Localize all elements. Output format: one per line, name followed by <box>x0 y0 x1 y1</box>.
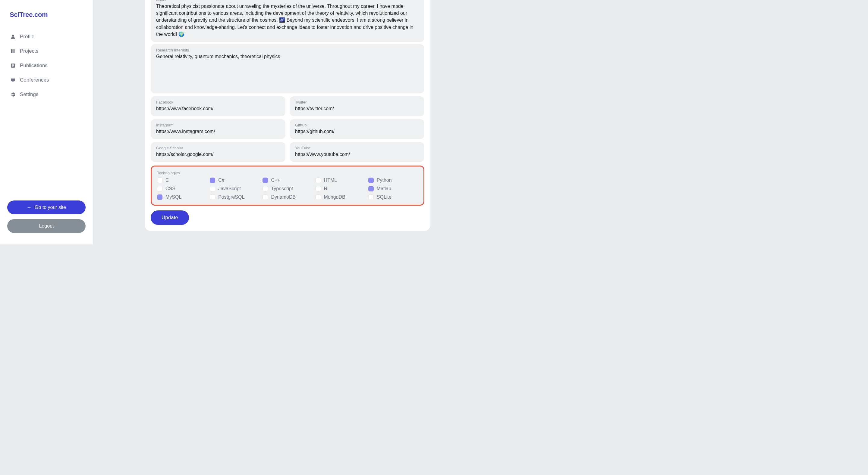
tech-label: Typescript <box>271 186 293 192</box>
checkbox[interactable] <box>315 178 321 183</box>
checkbox[interactable] <box>262 195 268 200</box>
tech-label: Python <box>377 178 392 183</box>
tech-label: C++ <box>271 178 280 183</box>
checkbox[interactable] <box>157 178 162 183</box>
tech-item: PostgreSQL <box>210 195 259 200</box>
nav: Profile Projects Publications Conference… <box>7 31 86 101</box>
sidebar-item-label: Settings <box>20 92 38 98</box>
research-field: Research Interests <box>151 44 424 93</box>
tech-item: Matlab <box>368 186 418 192</box>
about-text[interactable]: Theoretical physicist passionate about u… <box>156 3 419 38</box>
tech-item: C++ <box>262 178 312 183</box>
update-button[interactable]: Update <box>151 210 189 225</box>
sidebar-item-projects[interactable]: Projects <box>7 45 86 57</box>
scholar-input[interactable] <box>156 151 280 158</box>
tech-label: HTML <box>324 178 337 183</box>
svg-rect-6 <box>11 78 15 81</box>
checkbox[interactable] <box>157 186 162 192</box>
checkbox[interactable] <box>210 195 215 200</box>
sidebar-item-settings[interactable]: Settings <box>7 89 86 101</box>
github-input[interactable] <box>295 128 419 135</box>
tech-label: MySQL <box>165 195 181 200</box>
tech-label: R <box>324 186 328 192</box>
arrow-right-icon: → <box>27 205 32 210</box>
svg-rect-4 <box>12 65 14 66</box>
tech-label: SQLite <box>377 195 392 200</box>
tech-item: C# <box>210 178 259 183</box>
instagram-label: Instagram <box>156 123 280 127</box>
sidebar: SciTree.com Profile Projects Publication… <box>0 0 93 244</box>
projects-icon <box>10 48 16 54</box>
tech-label: DynamoDB <box>271 195 296 200</box>
tech-label: C# <box>218 178 224 183</box>
technologies-label: Technologies <box>157 171 418 175</box>
sidebar-item-label: Conferences <box>20 77 49 83</box>
tech-label: CSS <box>165 186 176 192</box>
tech-item: MySQL <box>157 195 207 200</box>
instagram-input[interactable] <box>156 128 280 135</box>
tech-item: MongoDB <box>315 195 365 200</box>
scholar-field: Google Scholar <box>151 142 285 162</box>
svg-rect-7 <box>12 81 14 82</box>
scholar-label: Google Scholar <box>156 146 280 150</box>
tech-label: MongoDB <box>324 195 345 200</box>
sidebar-item-label: Projects <box>20 48 38 54</box>
checkbox[interactable] <box>210 186 215 192</box>
technologies-grid: CC#C++HTMLPythonCSSJavaScriptTypescriptR… <box>157 178 418 200</box>
main-content: About Theoretical physicist passionate a… <box>145 0 430 244</box>
facebook-field: Facebook <box>151 96 285 116</box>
tech-item: CSS <box>157 186 207 192</box>
checkbox[interactable] <box>262 186 268 192</box>
tech-label: Matlab <box>377 186 391 192</box>
twitter-field: Twitter <box>290 96 424 116</box>
research-input[interactable] <box>156 53 419 88</box>
sidebar-item-conferences[interactable]: Conferences <box>7 74 86 86</box>
youtube-label: YouTube <box>295 146 419 150</box>
tech-label: PostgreSQL <box>218 195 244 200</box>
checkbox[interactable] <box>262 178 268 183</box>
tech-item: Typescript <box>262 186 312 192</box>
tech-item: Python <box>368 178 418 183</box>
tech-item: JavaScript <box>210 186 259 192</box>
sidebar-item-profile[interactable]: Profile <box>7 31 86 43</box>
svg-rect-3 <box>12 64 14 65</box>
sidebar-item-label: Publications <box>20 63 48 69</box>
about-label: About <box>156 0 419 2</box>
sidebar-bottom: → Go to your site Logout <box>7 201 86 236</box>
sidebar-item-label: Profile <box>20 34 34 40</box>
sidebar-item-publications[interactable]: Publications <box>7 60 86 72</box>
github-field: Github <box>290 119 424 139</box>
go-to-site-label: Go to your site <box>35 205 66 210</box>
instagram-field: Instagram <box>151 119 285 139</box>
twitter-label: Twitter <box>295 100 419 104</box>
tech-label: JavaScript <box>218 186 241 192</box>
tech-item: SQLite <box>368 195 418 200</box>
social-grid: Facebook Twitter Instagram Github Google… <box>151 96 424 162</box>
conferences-icon <box>10 77 16 83</box>
youtube-field: YouTube <box>290 142 424 162</box>
tech-item: C <box>157 178 207 183</box>
svg-rect-1 <box>13 49 15 53</box>
youtube-input[interactable] <box>295 151 419 158</box>
twitter-input[interactable] <box>295 105 419 112</box>
checkbox[interactable] <box>315 186 321 192</box>
profile-card: About Theoretical physicist passionate a… <box>145 0 430 231</box>
facebook-input[interactable] <box>156 105 280 112</box>
checkbox[interactable] <box>210 178 215 183</box>
svg-rect-5 <box>12 66 13 67</box>
brand-logo[interactable]: SciTree.com <box>10 11 83 19</box>
go-to-site-button[interactable]: → Go to your site <box>7 201 86 214</box>
publications-icon <box>10 63 16 68</box>
checkbox[interactable] <box>157 195 162 200</box>
technologies-box: Technologies CC#C++HTMLPythonCSSJavaScri… <box>151 166 424 206</box>
checkbox[interactable] <box>368 186 374 192</box>
tech-item: HTML <box>315 178 365 183</box>
checkbox[interactable] <box>368 178 374 183</box>
tech-item: R <box>315 186 365 192</box>
research-label: Research Interests <box>156 48 419 53</box>
facebook-label: Facebook <box>156 100 280 104</box>
svg-rect-0 <box>11 49 12 53</box>
checkbox[interactable] <box>315 195 321 200</box>
checkbox[interactable] <box>368 195 374 200</box>
logout-button[interactable]: Logout <box>7 219 86 233</box>
